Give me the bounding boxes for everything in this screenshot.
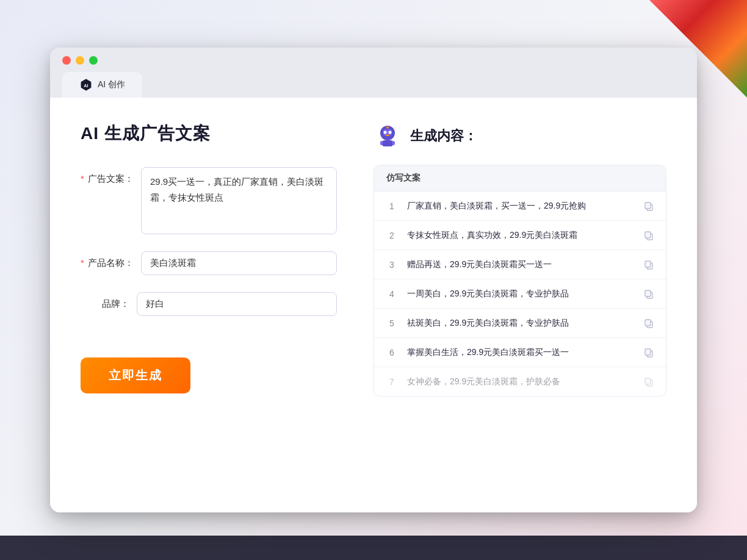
row-text: 女神必备，29.9元美白淡斑霜，护肤必备 <box>407 375 634 388</box>
window-controls <box>62 56 685 65</box>
product-name-group: * 产品名称： <box>81 251 337 275</box>
copy-icon[interactable] <box>644 201 654 211</box>
result-row: 4一周美白，29.9元美白淡斑霜，专业护肤品 <box>374 279 666 309</box>
row-number: 3 <box>386 260 397 270</box>
required-star-2: * <box>81 257 84 268</box>
tab-ai-create[interactable]: AI AI 创作 <box>62 72 142 98</box>
result-title: 生成内容： <box>410 127 477 145</box>
svg-rect-10 <box>392 141 395 145</box>
browser-content: AI 生成广告文案 * 广告文案： * 产品名称： 品牌 <box>50 98 697 512</box>
result-row: 7女神必备，29.9元美白淡斑霜，护肤必备 <box>374 367 666 396</box>
copy-icon[interactable] <box>644 260 654 270</box>
svg-rect-5 <box>386 135 389 136</box>
page-title: AI 生成广告文案 <box>81 122 337 145</box>
left-panel: AI 生成广告文案 * 广告文案： * 产品名称： 品牌 <box>81 122 337 482</box>
result-header: 生成内容： <box>374 122 666 150</box>
ad-copy-group: * 广告文案： <box>81 167 337 234</box>
svg-rect-12 <box>645 203 651 209</box>
svg-rect-9 <box>380 141 383 145</box>
svg-text:AI: AI <box>84 83 88 88</box>
result-row: 2专抹女性斑点，真实功效，29.9元美白淡斑霜 <box>374 221 666 250</box>
right-panel: 生成内容： 仿写文案 1厂家直销，美白淡斑霜，买一送一，29.9元抢购 2专抹女… <box>374 122 666 482</box>
svg-point-7 <box>386 126 389 129</box>
svg-point-4 <box>389 131 392 134</box>
brand-input[interactable] <box>137 292 337 316</box>
ai-tab-icon: AI <box>79 78 93 92</box>
result-table: 仿写文案 1厂家直销，美白淡斑霜，买一送一，29.9元抢购 2专抹女性斑点，真实… <box>374 165 666 397</box>
row-number: 6 <box>386 348 397 357</box>
row-number: 5 <box>386 318 397 328</box>
copy-icon[interactable] <box>644 377 654 387</box>
browser-chrome: AI AI 创作 <box>50 48 697 98</box>
row-text: 专抹女性斑点，真实功效，29.9元美白淡斑霜 <box>407 229 634 242</box>
tab-bar: AI AI 创作 <box>62 72 685 98</box>
row-text: 祛斑美白，29.9元美白淡斑霜，专业护肤品 <box>407 317 634 329</box>
copy-icon[interactable] <box>644 231 654 240</box>
result-row: 1厂家直销，美白淡斑霜，买一送一，29.9元抢购 <box>374 192 666 221</box>
generate-button[interactable]: 立即生成 <box>81 357 190 393</box>
close-button[interactable] <box>62 56 71 65</box>
svg-rect-14 <box>645 232 651 238</box>
brand-group: 品牌： <box>81 292 337 316</box>
robot-icon <box>374 122 402 150</box>
required-star-1: * <box>81 173 84 184</box>
ad-copy-input[interactable] <box>141 167 337 234</box>
maximize-button[interactable] <box>89 56 98 65</box>
row-text: 厂家直销，美白淡斑霜，买一送一，29.9元抢购 <box>407 199 634 212</box>
table-header: 仿写文案 <box>374 165 666 192</box>
minimize-button[interactable] <box>76 56 84 65</box>
svg-rect-18 <box>645 290 651 296</box>
result-rows: 1厂家直销，美白淡斑霜，买一送一，29.9元抢购 2专抹女性斑点，真实功效，29… <box>374 192 666 396</box>
row-number: 7 <box>386 377 397 387</box>
bottom-decoration <box>0 536 747 560</box>
ad-copy-label: * 广告文案： <box>81 167 134 185</box>
svg-rect-8 <box>382 140 393 146</box>
svg-rect-20 <box>645 320 651 326</box>
row-text: 掌握美白生活，29.9元美白淡斑霜买一送一 <box>407 346 634 359</box>
svg-rect-22 <box>645 349 651 355</box>
svg-rect-16 <box>645 261 651 267</box>
row-text: 赠品再送，29.9元美白淡斑霜买一送一 <box>407 258 634 271</box>
product-name-label: * 产品名称： <box>81 251 134 269</box>
result-row: 6掌握美白生活，29.9元美白淡斑霜买一送一 <box>374 338 666 367</box>
product-name-input[interactable] <box>141 251 337 275</box>
svg-point-3 <box>384 131 387 134</box>
row-text: 一周美白，29.9元美白淡斑霜，专业护肤品 <box>407 287 634 300</box>
row-number: 4 <box>386 289 397 299</box>
browser-window: AI AI 创作 AI 生成广告文案 * 广告文案： * 产品 <box>50 48 697 512</box>
tab-label: AI 创作 <box>98 79 125 90</box>
result-row: 3赠品再送，29.9元美白淡斑霜买一送一 <box>374 250 666 279</box>
result-row: 5祛斑美白，29.9元美白淡斑霜，专业护肤品 <box>374 309 666 338</box>
row-number: 1 <box>386 201 397 211</box>
brand-label: 品牌： <box>81 292 129 310</box>
svg-rect-24 <box>645 378 651 384</box>
copy-icon[interactable] <box>644 348 654 357</box>
copy-icon[interactable] <box>644 289 654 299</box>
row-number: 2 <box>386 231 397 240</box>
copy-icon[interactable] <box>644 318 654 328</box>
